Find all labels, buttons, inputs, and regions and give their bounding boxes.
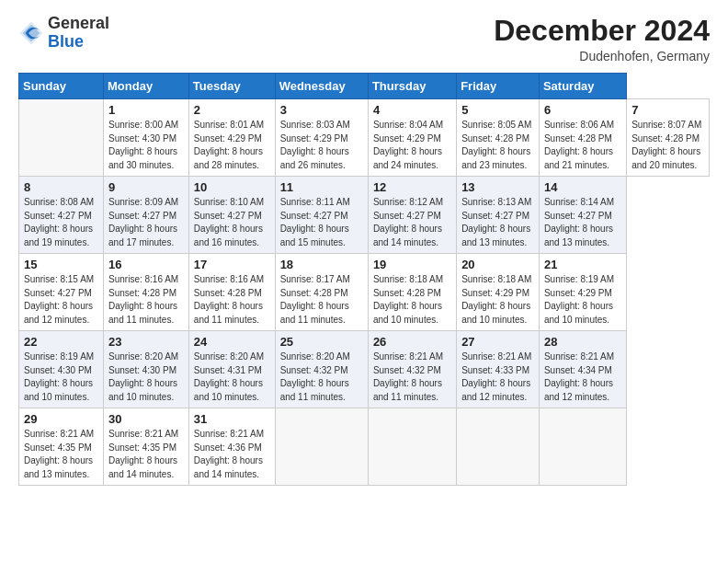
day-number: 23 bbox=[108, 335, 184, 349]
day-number: 24 bbox=[194, 335, 270, 349]
calendar-cell: 12Sunrise: 8:12 AM Sunset: 4:27 PM Dayli… bbox=[368, 177, 456, 254]
logo: General Blue bbox=[18, 15, 109, 52]
col-header-tuesday: Tuesday bbox=[188, 74, 275, 99]
day-info: Sunrise: 8:12 AM Sunset: 4:27 PM Dayligh… bbox=[373, 196, 451, 249]
day-info: Sunrise: 8:19 AM Sunset: 4:30 PM Dayligh… bbox=[24, 350, 98, 404]
calendar-cell: 7Sunrise: 8:07 AM Sunset: 4:28 PM Daylig… bbox=[627, 99, 710, 177]
day-number: 31 bbox=[194, 412, 270, 426]
day-info: Sunrise: 8:03 AM Sunset: 4:29 PM Dayligh… bbox=[280, 119, 363, 172]
day-number: 27 bbox=[461, 335, 534, 349]
day-number: 11 bbox=[280, 180, 363, 194]
logo-blue-text: Blue bbox=[48, 32, 84, 51]
calendar-cell: 18Sunrise: 8:17 AM Sunset: 4:28 PM Dayli… bbox=[275, 254, 368, 331]
day-number: 14 bbox=[544, 180, 621, 194]
day-number: 13 bbox=[461, 180, 534, 194]
day-number: 7 bbox=[631, 103, 704, 117]
day-number: 30 bbox=[108, 412, 184, 426]
week-row-2: 8Sunrise: 8:08 AM Sunset: 4:27 PM Daylig… bbox=[19, 177, 710, 254]
day-info: Sunrise: 8:20 AM Sunset: 4:32 PM Dayligh… bbox=[280, 350, 363, 404]
day-info: Sunrise: 8:09 AM Sunset: 4:27 PM Dayligh… bbox=[108, 196, 184, 249]
day-info: Sunrise: 8:21 AM Sunset: 4:35 PM Dayligh… bbox=[24, 428, 98, 481]
week-row-4: 22Sunrise: 8:19 AM Sunset: 4:30 PM Dayli… bbox=[19, 331, 710, 408]
day-number: 6 bbox=[544, 103, 621, 117]
calendar-cell: 8Sunrise: 8:08 AM Sunset: 4:27 PM Daylig… bbox=[19, 177, 104, 254]
day-number: 8 bbox=[24, 180, 98, 194]
col-header-thursday: Thursday bbox=[368, 74, 456, 99]
col-header-monday: Monday bbox=[104, 74, 189, 99]
day-number: 29 bbox=[24, 412, 98, 426]
calendar-cell: 24Sunrise: 8:20 AM Sunset: 4:31 PM Dayli… bbox=[188, 331, 275, 408]
col-header-friday: Friday bbox=[457, 74, 540, 99]
calendar-cell: 2Sunrise: 8:01 AM Sunset: 4:29 PM Daylig… bbox=[188, 99, 275, 177]
day-info: Sunrise: 8:18 AM Sunset: 4:28 PM Dayligh… bbox=[373, 273, 451, 327]
calendar-cell: 26Sunrise: 8:21 AM Sunset: 4:32 PM Dayli… bbox=[368, 331, 456, 408]
calendar-cell: 28Sunrise: 8:21 AM Sunset: 4:34 PM Dayli… bbox=[539, 331, 626, 408]
day-info: Sunrise: 8:10 AM Sunset: 4:27 PM Dayligh… bbox=[194, 196, 270, 249]
day-info: Sunrise: 8:16 AM Sunset: 4:28 PM Dayligh… bbox=[108, 273, 184, 327]
calendar-cell: 9Sunrise: 8:09 AM Sunset: 4:27 PM Daylig… bbox=[104, 177, 189, 254]
page: General Blue December 2024 Dudenhofen, G… bbox=[0, 0, 728, 563]
calendar-cell: 1Sunrise: 8:00 AM Sunset: 4:30 PM Daylig… bbox=[104, 99, 189, 177]
col-header-wednesday: Wednesday bbox=[275, 74, 368, 99]
calendar-cell bbox=[539, 408, 626, 486]
day-info: Sunrise: 8:21 AM Sunset: 4:32 PM Dayligh… bbox=[373, 350, 451, 404]
day-info: Sunrise: 8:11 AM Sunset: 4:27 PM Dayligh… bbox=[280, 196, 363, 249]
day-info: Sunrise: 8:13 AM Sunset: 4:27 PM Dayligh… bbox=[461, 196, 534, 249]
calendar-cell: 29Sunrise: 8:21 AM Sunset: 4:35 PM Dayli… bbox=[19, 408, 104, 486]
calendar-cell: 30Sunrise: 8:21 AM Sunset: 4:35 PM Dayli… bbox=[104, 408, 189, 486]
day-info: Sunrise: 8:16 AM Sunset: 4:28 PM Dayligh… bbox=[194, 273, 270, 327]
day-info: Sunrise: 8:14 AM Sunset: 4:27 PM Dayligh… bbox=[544, 196, 621, 249]
calendar-cell bbox=[368, 408, 456, 486]
day-info: Sunrise: 8:15 AM Sunset: 4:27 PM Dayligh… bbox=[24, 273, 98, 327]
day-number: 9 bbox=[108, 180, 184, 194]
day-info: Sunrise: 8:20 AM Sunset: 4:30 PM Dayligh… bbox=[108, 350, 184, 404]
calendar-cell: 16Sunrise: 8:16 AM Sunset: 4:28 PM Dayli… bbox=[104, 254, 189, 331]
logo-text: General Blue bbox=[48, 15, 109, 52]
logo-icon bbox=[18, 20, 44, 46]
day-number: 15 bbox=[24, 258, 98, 271]
day-info: Sunrise: 8:08 AM Sunset: 4:27 PM Dayligh… bbox=[24, 196, 98, 249]
day-number: 16 bbox=[108, 258, 184, 271]
day-number: 5 bbox=[461, 103, 534, 117]
day-number: 10 bbox=[194, 180, 270, 194]
calendar-cell bbox=[457, 408, 540, 486]
calendar-cell bbox=[275, 408, 368, 486]
week-row-3: 15Sunrise: 8:15 AM Sunset: 4:27 PM Dayli… bbox=[19, 254, 710, 331]
day-info: Sunrise: 8:04 AM Sunset: 4:29 PM Dayligh… bbox=[373, 119, 451, 172]
calendar-cell bbox=[19, 99, 104, 177]
day-info: Sunrise: 8:17 AM Sunset: 4:28 PM Dayligh… bbox=[280, 273, 363, 327]
day-info: Sunrise: 8:07 AM Sunset: 4:28 PM Dayligh… bbox=[631, 119, 704, 172]
day-info: Sunrise: 8:20 AM Sunset: 4:31 PM Dayligh… bbox=[194, 350, 270, 404]
day-info: Sunrise: 8:01 AM Sunset: 4:29 PM Dayligh… bbox=[194, 119, 270, 172]
calendar-header-row: SundayMondayTuesdayWednesdayThursdayFrid… bbox=[19, 74, 710, 99]
day-info: Sunrise: 8:21 AM Sunset: 4:34 PM Dayligh… bbox=[544, 350, 621, 404]
calendar-cell: 14Sunrise: 8:14 AM Sunset: 4:27 PM Dayli… bbox=[539, 177, 626, 254]
calendar-cell: 10Sunrise: 8:10 AM Sunset: 4:27 PM Dayli… bbox=[188, 177, 275, 254]
day-number: 26 bbox=[373, 335, 451, 349]
day-info: Sunrise: 8:05 AM Sunset: 4:28 PM Dayligh… bbox=[461, 119, 534, 172]
day-number: 19 bbox=[373, 258, 451, 271]
header: General Blue December 2024 Dudenhofen, G… bbox=[18, 15, 710, 63]
col-header-sunday: Sunday bbox=[19, 74, 104, 99]
calendar-cell: 25Sunrise: 8:20 AM Sunset: 4:32 PM Dayli… bbox=[275, 331, 368, 408]
calendar-cell: 27Sunrise: 8:21 AM Sunset: 4:33 PM Dayli… bbox=[457, 331, 540, 408]
calendar-cell: 11Sunrise: 8:11 AM Sunset: 4:27 PM Dayli… bbox=[275, 177, 368, 254]
day-info: Sunrise: 8:21 AM Sunset: 4:36 PM Dayligh… bbox=[194, 428, 270, 481]
day-number: 21 bbox=[544, 258, 621, 271]
day-number: 1 bbox=[108, 103, 184, 117]
day-number: 2 bbox=[194, 103, 270, 117]
calendar-cell: 21Sunrise: 8:19 AM Sunset: 4:29 PM Dayli… bbox=[539, 254, 626, 331]
month-title: December 2024 bbox=[494, 15, 710, 47]
day-number: 3 bbox=[280, 103, 363, 117]
calendar-cell: 6Sunrise: 8:06 AM Sunset: 4:28 PM Daylig… bbox=[539, 99, 626, 177]
week-row-1: 1Sunrise: 8:00 AM Sunset: 4:30 PM Daylig… bbox=[19, 99, 710, 177]
day-info: Sunrise: 8:21 AM Sunset: 4:33 PM Dayligh… bbox=[461, 350, 534, 404]
calendar-cell: 20Sunrise: 8:18 AM Sunset: 4:29 PM Dayli… bbox=[457, 254, 540, 331]
calendar-cell: 15Sunrise: 8:15 AM Sunset: 4:27 PM Dayli… bbox=[19, 254, 104, 331]
calendar-cell: 19Sunrise: 8:18 AM Sunset: 4:28 PM Dayli… bbox=[368, 254, 456, 331]
day-number: 18 bbox=[280, 258, 363, 271]
calendar-cell: 4Sunrise: 8:04 AM Sunset: 4:29 PM Daylig… bbox=[368, 99, 456, 177]
calendar-cell: 13Sunrise: 8:13 AM Sunset: 4:27 PM Dayli… bbox=[457, 177, 540, 254]
calendar-cell: 17Sunrise: 8:16 AM Sunset: 4:28 PM Dayli… bbox=[188, 254, 275, 331]
location: Dudenhofen, Germany bbox=[494, 49, 710, 63]
